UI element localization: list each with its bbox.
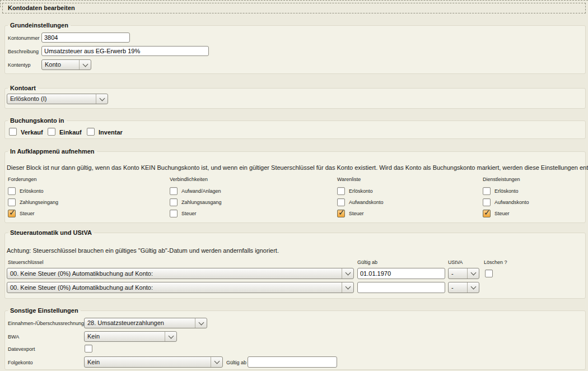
steuerschluessel-select-1-value: 00. Keine Steuer (0%) Automatikbuchung a… [7, 268, 342, 279]
chevron-down-icon [467, 268, 479, 279]
euer-select-value: 28. Umsatzsteuerzahlungen [85, 318, 195, 328]
ustva-header: UStVA [448, 259, 463, 266]
section-steuerautomatik: Steuerautomatik und UStVA Achtung: Steue… [4, 233, 586, 299]
section-legend: Steuerautomatik und UStVA [8, 229, 94, 236]
bwa-select-value: Kein [85, 332, 165, 341]
chevron-down-icon [342, 268, 353, 279]
column-header: Warenliste [337, 177, 384, 182]
steuerschluessel-select-1[interactable]: 00. Keine Steuer (0%) Automatikbuchung a… [7, 268, 354, 279]
option-label: Erlöskonto [20, 188, 44, 194]
steuerschluessel-header: Steuerschlüssel [8, 259, 44, 266]
section-legend: Kontoart [8, 85, 38, 92]
kontentyp-select[interactable]: Konto [41, 59, 91, 70]
bwa-label: BWA [8, 333, 19, 340]
gueltig-ab-header: Gültig ab [357, 259, 377, 266]
column-warenliste: Warenliste Erlöskonto Aufwandskonto Steu… [337, 177, 384, 219]
checkbox-verkauf[interactable] [9, 128, 17, 136]
section-legend: In Aufklappmenü aufnehmen [8, 148, 97, 155]
kontoart-select-value: Erlöskonto (I) [7, 94, 96, 104]
checkbox-inventar[interactable] [87, 128, 95, 136]
outer-dashed-border [0, 0, 588, 1]
kontoart-select[interactable]: Erlöskonto (I) [7, 94, 108, 104]
column-forderungen: Forderungen Erlöskonto Zahlungseingang S… [8, 177, 58, 219]
chevron-down-icon [96, 94, 108, 104]
option-label: Steuer [349, 211, 364, 216]
kontentyp-select-value: Konto [42, 60, 79, 69]
page-title: Kontodaten bearbeiten [2, 3, 586, 13]
option-label: Aufwandskonto [494, 200, 529, 205]
section-legend: Sonstige Einstellungen [8, 307, 81, 314]
column-verbindlichkeiten: Verbindlichkeiten Aufwand/Anlagen Zahlun… [170, 177, 222, 219]
gueltig-ab-input-2[interactable] [357, 282, 445, 293]
column-header: Dienstleistungen [483, 177, 529, 182]
section-kontoart: Kontoart Erlöskonto (I) [4, 88, 586, 109]
chevron-down-icon [195, 318, 207, 328]
checkbox-forderungen-zahlungseingang[interactable] [8, 198, 16, 206]
kontentyp-label: Kontentyp [8, 62, 31, 68]
checkbox-verbindlichkeiten-aufwand-anlagen[interactable] [170, 187, 178, 195]
aufklapp-note: Dieser Block ist nur dann gültig, wenn d… [7, 164, 588, 171]
ustva-select-1[interactable]: - [448, 268, 479, 279]
option-label: Aufwand/Anlagen [181, 188, 221, 194]
checkbox-forderungen-steuer[interactable] [8, 210, 16, 217]
ustva-select-2-value: - [449, 282, 467, 293]
option-label: Aufwandskonto [349, 200, 384, 205]
bwa-select[interactable]: Kein [84, 331, 177, 342]
checkbox-warenliste-erloeskonto[interactable] [337, 187, 345, 195]
steuerschluessel-select-2[interactable]: 00. Keine Steuer (0%) Automatikbuchung a… [7, 282, 354, 293]
section-sonstige: Sonstige Einstellungen Einnahmen-/Übersc… [4, 310, 586, 370]
checkbox-dienstleistungen-aufwandskonto[interactable] [483, 198, 491, 206]
option-label: Steuer [494, 211, 510, 216]
steuer-warning: Achtung: Steuerschlüssel brauchen ein gü… [7, 247, 279, 254]
inventar-label: Inventar [99, 129, 123, 136]
checkbox-verbindlichkeiten-zahlungsausgang[interactable] [170, 198, 178, 206]
option-label: Erlöskonto [494, 188, 519, 194]
option-label: Zahlungsausgang [181, 200, 222, 205]
folgekonto-gueltig-ab-input[interactable] [248, 356, 337, 368]
ustva-select-1-value: - [449, 268, 467, 279]
section-aufklappmenu: In Aufklappmenü aufnehmen Dieser Block i… [4, 151, 586, 223]
checkbox-dienstleistungen-erloeskonto[interactable] [483, 187, 491, 195]
checkbox-einkauf[interactable] [48, 128, 55, 136]
loeschen-header: Löschen ? [484, 259, 507, 266]
kontonummer-label: Kontonummer [8, 35, 40, 41]
folgekonto-gueltig-ab-label: Gültig ab [226, 359, 246, 366]
folgekonto-label: Folgekonto [8, 359, 33, 366]
option-label: Steuer [181, 211, 197, 216]
chevron-down-icon [342, 282, 353, 293]
chevron-down-icon [211, 357, 222, 367]
outer-dashed-border-left [0, 0, 1, 7]
ustva-select-2[interactable]: - [448, 282, 479, 293]
column-header: Verbindlichkeiten [170, 177, 222, 182]
column-dienstleistungen: Dienstleistungen Erlöskonto Aufwandskont… [483, 177, 529, 219]
option-label: Steuer [20, 211, 35, 216]
section-buchungskonto: Buchungskonto in Verkauf Einkauf Inventa… [4, 120, 586, 139]
euer-select[interactable]: 28. Umsatzsteuerzahlungen [84, 318, 207, 328]
folgekonto-select[interactable]: Kein [84, 356, 223, 368]
gueltig-ab-input-1[interactable] [357, 268, 445, 279]
checkbox-dienstleistungen-steuer[interactable] [483, 210, 491, 217]
checkbox-datevexport[interactable] [85, 345, 92, 353]
section-grundeinstellungen: Grundeinstellungen Kontonummer Beschreib… [4, 25, 586, 74]
chevron-down-icon [79, 60, 91, 69]
beschreibung-input[interactable] [41, 46, 209, 56]
euer-label: Einnahmen-/Überschussrechnung [8, 320, 84, 327]
beschreibung-label: Beschreibung [8, 48, 39, 55]
section-legend: Grundeinstellungen [8, 22, 71, 29]
section-legend: Buchungskonto in [8, 117, 67, 124]
checkbox-warenliste-aufwandskonto[interactable] [337, 198, 345, 206]
steuerschluessel-select-2-value: 00. Keine Steuer (0%) Automatikbuchung a… [7, 282, 342, 293]
chevron-down-icon [165, 332, 176, 341]
checkbox-verbindlichkeiten-steuer[interactable] [170, 210, 178, 217]
kontonummer-input[interactable] [41, 33, 130, 43]
einkauf-label: Einkauf [59, 129, 82, 136]
checkbox-warenliste-steuer[interactable] [337, 210, 345, 217]
folgekonto-select-value: Kein [85, 357, 211, 367]
chevron-down-icon [467, 282, 479, 293]
option-label: Zahlungseingang [20, 200, 58, 205]
option-label: Erlöskonto [349, 188, 373, 194]
checkbox-loeschen-1[interactable] [485, 270, 493, 277]
checkbox-forderungen-erloeskonto[interactable] [8, 187, 16, 195]
column-header: Forderungen [8, 177, 58, 182]
verkauf-label: Verkauf [21, 129, 43, 136]
